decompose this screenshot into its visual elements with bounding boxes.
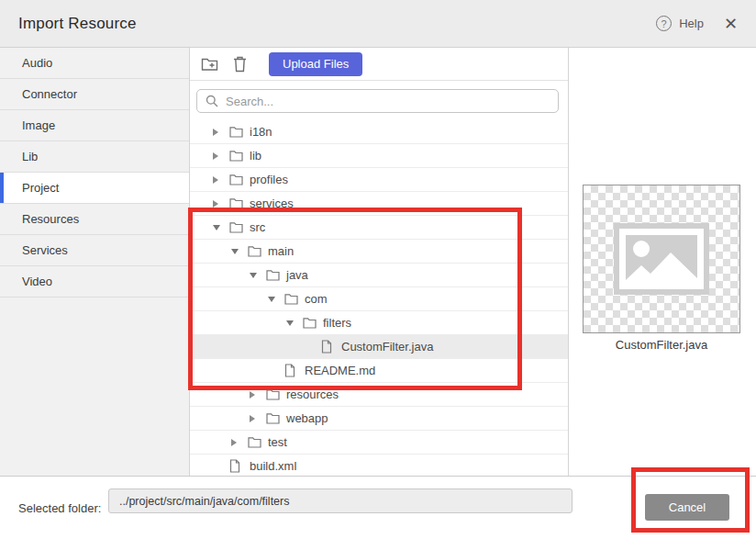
tree-item-test[interactable]: test <box>190 431 568 455</box>
file-icon <box>284 364 295 377</box>
sidebar-item-audio[interactable]: Audio <box>0 48 189 79</box>
search-icon <box>206 95 218 107</box>
selected-folder-input[interactable] <box>108 488 573 513</box>
folder-icon <box>229 126 243 138</box>
search-box[interactable] <box>196 89 559 113</box>
tree-item-label: build.xml <box>250 459 296 473</box>
tree-item-filters[interactable]: filters <box>190 311 568 335</box>
tree-item-lib[interactable]: lib <box>190 144 568 168</box>
dialog-header: Import Resource ? Help ✕ <box>0 0 756 48</box>
sidebar-item-project[interactable]: Project <box>0 173 189 204</box>
search-row <box>190 81 568 120</box>
file-icon <box>321 340 332 354</box>
folder-icon <box>266 412 280 424</box>
preview-filename: CustomFilter.java <box>583 338 740 352</box>
caret-down-icon[interactable] <box>231 249 239 254</box>
tree-item-label: i18n <box>250 125 272 139</box>
tree-item-label: README.md <box>305 364 375 377</box>
cancel-button[interactable]: Cancel <box>645 494 729 521</box>
caret-down-icon[interactable] <box>213 225 220 230</box>
folder-icon <box>248 245 261 257</box>
new-folder-icon <box>201 57 218 72</box>
image-placeholder-icon <box>614 223 709 295</box>
tree-item-webapp[interactable]: webapp <box>190 407 568 431</box>
tree-item-main[interactable]: main <box>190 240 568 264</box>
tree-item-label: src <box>250 220 265 234</box>
file-icon <box>229 459 240 473</box>
folder-icon <box>229 197 243 209</box>
preview-thumbnail <box>583 185 740 333</box>
close-icon[interactable]: ✕ <box>724 16 738 32</box>
dialog-footer: Selected folder: Cancel <box>0 476 756 539</box>
upload-files-button[interactable]: Upload Files <box>269 52 362 76</box>
file-browser-panel: Upload Files i18nlibprofilesservicessrcm… <box>190 48 569 476</box>
tree-item-label: lib <box>250 149 261 163</box>
caret-right-icon[interactable] <box>250 391 255 399</box>
caret-down-icon[interactable] <box>250 273 257 278</box>
tree-item-services[interactable]: services <box>190 192 568 216</box>
tree-item-readme-md[interactable]: README.md <box>190 359 568 383</box>
help-label: Help <box>679 17 704 30</box>
tree-item-label: profiles <box>250 173 288 186</box>
caret-down-icon[interactable] <box>286 320 294 326</box>
caret-right-icon[interactable] <box>213 176 218 184</box>
dialog-title: Import Resource <box>18 15 137 33</box>
tree-item-label: java <box>286 268 308 282</box>
preview-panel: CustomFilter.java <box>569 48 756 476</box>
caret-right-icon[interactable] <box>213 152 218 160</box>
category-sidebar: AudioConnectorImageLibProjectResourcesSe… <box>0 48 190 476</box>
header-actions: ? Help ✕ <box>656 16 738 32</box>
caret-right-icon[interactable] <box>250 415 255 422</box>
folder-icon <box>229 174 243 185</box>
tree-item-label: CustomFilter.java <box>341 340 433 354</box>
sidebar-item-connector[interactable]: Connector <box>0 79 189 110</box>
dialog-body: AudioConnectorImageLibProjectResourcesSe… <box>0 48 756 476</box>
tree-item-i18n[interactable]: i18n <box>190 120 568 144</box>
tree-item-com[interactable]: com <box>190 287 568 311</box>
folder-icon <box>284 293 298 305</box>
trash-icon <box>233 56 247 73</box>
caret-down-icon[interactable] <box>268 297 275 302</box>
tree-item-java[interactable]: java <box>190 264 568 287</box>
tree-item-label: services <box>250 197 294 210</box>
tree-item-customfilter-java[interactable]: CustomFilter.java <box>190 335 568 359</box>
caret-right-icon[interactable] <box>231 439 237 446</box>
folder-icon <box>303 317 317 329</box>
folder-icon <box>248 436 261 448</box>
folder-icon <box>266 388 280 400</box>
selected-folder-label: Selected folder: <box>18 501 101 515</box>
sidebar-item-resources[interactable]: Resources <box>0 204 189 235</box>
tree-item-label: test <box>268 435 287 449</box>
tree-item-label: webapp <box>286 411 328 425</box>
new-folder-button[interactable] <box>200 55 218 73</box>
tree-item-label: main <box>268 244 294 258</box>
tree-item-resources[interactable]: resources <box>190 383 568 407</box>
tree-item-build-xml[interactable]: build.xml <box>190 455 568 476</box>
file-tree: i18nlibprofilesservicessrcmainjavacomfil… <box>190 120 568 476</box>
help-icon: ? <box>656 16 672 31</box>
search-input[interactable] <box>226 95 550 108</box>
folder-icon <box>229 221 243 233</box>
caret-right-icon[interactable] <box>213 129 218 136</box>
file-toolbar: Upload Files <box>190 48 568 81</box>
tree-item-label: resources <box>286 387 339 401</box>
delete-button[interactable] <box>230 55 249 73</box>
tree-item-src[interactable]: src <box>190 216 568 240</box>
sidebar-item-image[interactable]: Image <box>0 110 189 141</box>
folder-icon <box>266 269 280 281</box>
tree-item-label: com <box>305 292 328 306</box>
sidebar-item-services[interactable]: Services <box>0 235 189 266</box>
sidebar-item-lib[interactable]: Lib <box>0 141 189 173</box>
tree-item-label: filters <box>323 316 351 330</box>
help-button[interactable]: ? Help <box>656 16 704 31</box>
caret-right-icon[interactable] <box>213 200 218 208</box>
sidebar-item-video[interactable]: Video <box>0 266 189 298</box>
folder-icon <box>229 150 243 162</box>
tree-item-profiles[interactable]: profiles <box>190 168 568 192</box>
